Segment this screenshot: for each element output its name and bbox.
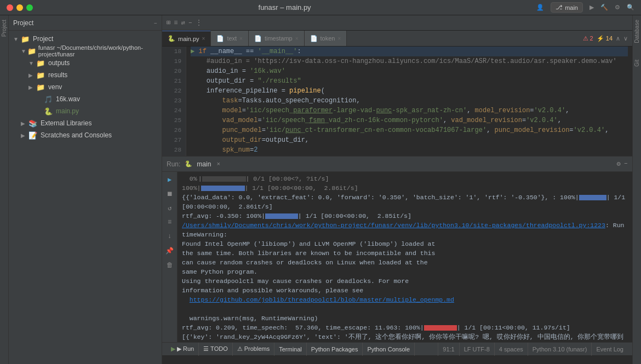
run-status-btn[interactable]: ▶ ▶ Run: [167, 343, 199, 356]
console-icon: 📝: [28, 131, 38, 140]
settings-icon[interactable]: ⚙: [615, 4, 620, 11]
item-label: main.py: [56, 107, 79, 115]
event-log[interactable]: Event Log: [591, 343, 628, 356]
terminal-line: information and possible workarounds, pl…: [182, 286, 628, 295]
text-file-icon: 📄: [216, 35, 224, 42]
tab-text[interactable]: 📄 text ×: [211, 31, 249, 46]
tab-timestamp[interactable]: 📄 timestamp ×: [249, 31, 305, 46]
todo-btn[interactable]: ☰ TODO: [199, 343, 232, 356]
cursor-position: 91:1: [438, 343, 459, 356]
struct-icon[interactable]: ⊞: [167, 19, 170, 27]
tab-close-icon[interactable]: ×: [202, 36, 205, 42]
build-icon[interactable]: 🔨: [600, 4, 608, 11]
run-icon: ▶: [171, 345, 175, 353]
terminal[interactable]: 0%|| 0/1 [00:00<?, ?it/s] 100%|| 1/1 [00…: [178, 172, 632, 342]
python-version[interactable]: Python 3.10 (funasr): [528, 343, 592, 356]
terminal-btn[interactable]: Terminal: [274, 343, 307, 356]
sidebar: Project – ▼ 📁 Project ▼ 📁 funasr ~/Docum…: [9, 15, 162, 364]
right-gutter: Database Git: [632, 15, 641, 364]
tab-mainpy[interactable]: 🐍 main.py ×: [162, 31, 211, 46]
sort-icon[interactable]: ≡: [174, 19, 178, 27]
terminal-line: Using threadpoolctl may cause crashes or…: [182, 276, 628, 286]
window-controls: [7, 4, 33, 11]
code-editor[interactable]: 18 19 20 21 22 23 24 25 26 27 28 29 30 ▶…: [162, 47, 632, 156]
run-button[interactable]: ▶: [590, 4, 594, 11]
item-label: funasr ~/Documents/chris/work/python-pro…: [38, 44, 157, 57]
run-filter-icon[interactable]: ≡: [164, 217, 175, 228]
run-btn-label: ▶ Run: [177, 345, 194, 353]
code-line: punc_model='iic/punc_ct-transformer_cn-e…: [191, 125, 628, 135]
run-stop-icon[interactable]: ⏹: [164, 188, 175, 199]
sidebar-item-extlibs[interactable]: ▶ 📚 External Libraries: [9, 117, 162, 129]
arrow-icon: ▶: [21, 120, 28, 126]
code-line: task=Tasks.auto_speech_recognition,: [191, 96, 628, 106]
code-content: ▶ if __name__ == '__main__': #audio_in =…: [186, 47, 632, 156]
run-label: Run:: [167, 160, 180, 168]
folder-icon: 📁: [21, 35, 31, 43]
sidebar-item-16kwav[interactable]: 🎵 16k.wav: [9, 93, 162, 105]
profile-icon[interactable]: 👤: [536, 4, 544, 11]
sidebar-title: Project: [13, 19, 33, 27]
tab-token[interactable]: 📄 token ×: [305, 31, 347, 46]
python-console-btn[interactable]: Python Console: [363, 343, 415, 356]
terminal-line: Found Intel OpenMP ('libiomp') and LLVM …: [182, 239, 628, 249]
run-pin-icon[interactable]: 📌: [164, 245, 175, 256]
run-content: ▶ ⏹ ↺ ≡ ↓ 📌 🗑 0%|| 0/1 [00:00<?, ?it/s] …: [162, 172, 632, 342]
sidebar-icon-collapse[interactable]: –: [153, 20, 157, 26]
tab-close-icon[interactable]: ×: [295, 36, 299, 42]
run-close[interactable]: ×: [216, 161, 220, 167]
search-icon[interactable]: 🔍: [627, 4, 634, 11]
status-left: ▶ ▶ Run ☰ TODO ⚠ Problems Terminal Pytho…: [167, 343, 415, 356]
minimize-button[interactable]: [16, 4, 23, 11]
arrow-icon: ▼: [28, 60, 36, 66]
code-line: output_dir = "./results": [191, 76, 628, 86]
tab-close-icon[interactable]: ×: [239, 36, 243, 42]
chevron-down-icon[interactable]: ∨: [623, 35, 628, 42]
arrow-icon: ▶: [21, 132, 28, 138]
sidebar-item-outputs[interactable]: ▼ 📁 outputs: [9, 57, 162, 69]
run-icon: 🐍: [185, 160, 192, 167]
minimize-icon[interactable]: –: [624, 160, 628, 168]
chevron-up-icon[interactable]: ∧: [616, 35, 620, 42]
left-gutter: Project: [0, 15, 9, 364]
diff-icon[interactable]: ⇄: [181, 19, 185, 27]
folder-icon: 📁: [36, 59, 46, 67]
gitview-tab[interactable]: Git: [632, 57, 641, 69]
project-tree: ▼ 📁 Project ▼ 📁 funasr ~/Documents/chris…: [9, 31, 162, 364]
more-icon[interactable]: ⋮: [196, 19, 202, 27]
sidebar-item-venv[interactable]: ▶ 📁 venv: [9, 81, 162, 93]
python-console-label: Python Console: [367, 346, 410, 353]
close-button[interactable]: [7, 4, 13, 11]
code-line: #audio_in = 'https://isv-data.oss-cn-han…: [191, 56, 628, 66]
problems-btn[interactable]: ⚠ Problems: [233, 343, 275, 356]
tab-close-icon[interactable]: ×: [337, 36, 341, 42]
minus-icon[interactable]: –: [188, 19, 192, 27]
terminal-line: https://github.com/joblib/threadpoolctl/…: [182, 295, 628, 304]
run-trash-icon[interactable]: 🗑: [164, 259, 175, 270]
run-play-icon[interactable]: ▶: [164, 174, 175, 185]
project-tab[interactable]: Project: [1, 20, 7, 37]
run-scroll-icon[interactable]: ↓: [164, 231, 175, 242]
fullscreen-button[interactable]: [26, 4, 33, 11]
database-tab[interactable]: Database: [632, 18, 641, 45]
sidebar-item-scratches[interactable]: ▶ 📝 Scratches and Consoles: [9, 129, 162, 141]
sidebar-item-project[interactable]: ▼ 📁 Project: [9, 33, 162, 45]
main-layout: Project Project – ▼ 📁 Project ▼ 📁 funasr…: [0, 15, 641, 364]
run-rerun-icon[interactable]: ↺: [164, 203, 175, 213]
branch-selector[interactable]: ⎇ main: [551, 2, 583, 13]
timestamp-file-icon: 📄: [254, 35, 262, 42]
sidebar-item-mainpy[interactable]: 🐍 main.py: [9, 105, 162, 117]
branch-name: main: [565, 4, 578, 11]
folder-icon: 📁: [36, 71, 46, 79]
python-packages-label: Python Packages: [311, 346, 358, 353]
item-label: results: [48, 71, 67, 79]
terminal-line: same Python program.: [182, 267, 628, 276]
sidebar-item-results[interactable]: ▶ 📁 results: [9, 69, 162, 81]
python-packages-btn[interactable]: Python Packages: [307, 343, 363, 356]
settings-icon[interactable]: ⚙: [617, 160, 621, 168]
python-file-icon: 🐍: [168, 35, 175, 42]
code-line: inference_pipeline = pipeline(: [191, 86, 628, 96]
sidebar-item-funasr[interactable]: ▼ 📁 funasr ~/Documents/chris/work/python…: [9, 45, 162, 57]
todo-label: ☰ TODO: [203, 345, 227, 353]
terminal-line: 100%|| 1/1 [00:00<00:00, 2.86it/s]: [182, 183, 628, 193]
